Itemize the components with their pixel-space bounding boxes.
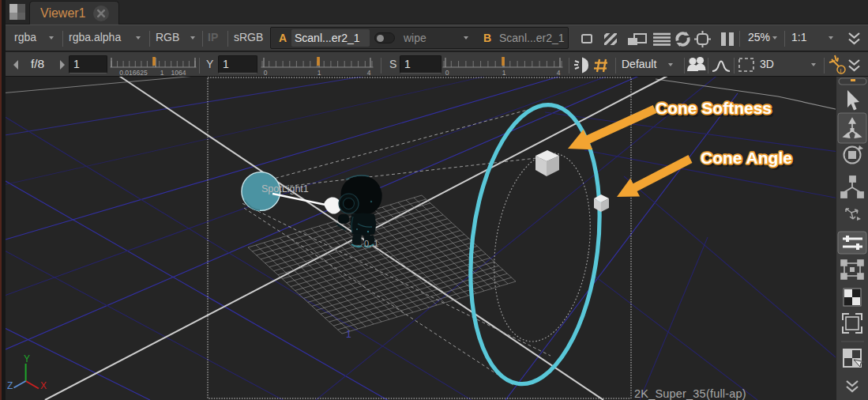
svg-text:1064: 1064: [171, 69, 186, 77]
svg-text:i: i: [840, 67, 842, 74]
svg-text:4: 4: [367, 69, 371, 77]
svg-text:Cone Angle: Cone Angle: [701, 149, 792, 167]
svg-text:0.016625: 0.016625: [119, 69, 148, 77]
svg-text:2K_Super_35(full-ap): 2K_Super_35(full-ap): [634, 387, 746, 400]
svg-text:Z: Z: [7, 380, 13, 391]
svg-text:0: 0: [445, 69, 449, 77]
svg-text:4: 4: [557, 69, 561, 77]
svg-text:1: 1: [318, 69, 321, 77]
svg-text:X: X: [40, 380, 47, 391]
svg-text:0, 1: 0, 1: [364, 239, 378, 248]
svg-text:SpotLight1: SpotLight1: [261, 183, 309, 194]
svg-text:0: 0: [264, 69, 268, 77]
svg-text:1: 1: [346, 329, 351, 340]
svg-text:1: 1: [160, 69, 164, 77]
svg-text:1: 1: [502, 69, 506, 77]
svg-text:Cone Softness: Cone Softness: [656, 99, 772, 117]
svg-text:Y: Y: [24, 353, 30, 364]
